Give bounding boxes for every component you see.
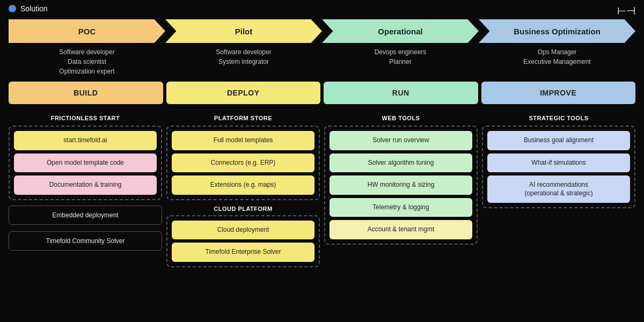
persona-mgmt: Ops ManagerExecutive Management (479, 47, 635, 76)
webtools-dashed-box: Solver run overview Solver algorithm tun… (324, 126, 478, 245)
telemetry-logging-card: Telemetry & logging (330, 198, 472, 217)
ai-recommendations-card: AI recommendations(operational & strateg… (487, 175, 630, 203)
cloud-deployment-card: Cloud deployment (172, 221, 314, 240)
solution-label: Solution (20, 4, 48, 13)
persona-ops: Devops engineersPlanner (322, 47, 479, 76)
extensions-card: Extensions (e.g. maps) (172, 175, 314, 195)
frictionless-column: FRICTIONLESS START start.timefold.ai Ope… (9, 115, 162, 267)
actions-row: BUILD DEPLOY RUN IMPROVE (0, 82, 644, 104)
business-goal-alignment-card: Business goal alignment (487, 131, 630, 150)
webtools-column: WEB TOOLS Solver run overview Solver alg… (324, 115, 478, 267)
webtools-title: WEB TOOLS (324, 115, 478, 121)
connectors-card: Connectors (e.g. ERP) (172, 153, 314, 173)
open-model-template-card: Open model template code (14, 153, 157, 173)
personas-row: Software developerData scientistOptimiza… (0, 47, 644, 76)
phase-bizopt: Business Optimization (479, 19, 635, 43)
community-solver-card: Timefold Community Solver (9, 231, 162, 251)
embedded-deployment-card: Embedded deployment (9, 206, 162, 225)
logo-icon: ⊢⊣ (617, 4, 635, 17)
platform-title: PLATFORM STORE (166, 115, 320, 121)
enterprise-solver-card: Timefold Enterprise Solver (172, 243, 314, 262)
solver-run-overview-card: Solver run overview (330, 131, 472, 150)
main-content: FRICTIONLESS START start.timefold.ai Ope… (0, 108, 644, 267)
what-if-simulations-card: What-if simulations (487, 153, 630, 173)
phase-pilot: Pilot (165, 19, 322, 43)
phase-operational: Operational (322, 19, 479, 43)
solution-dot-icon (9, 5, 16, 12)
phases-row: POC Pilot Operational Business Optimizat… (0, 19, 644, 43)
phase-poc: POC (9, 19, 165, 43)
platform-dashed-box: Full model templates Connectors (e.g. ER… (166, 126, 320, 200)
solver-algorithm-tuning-card: Solver algorithm tuning (330, 153, 472, 173)
header: Solution ⊢⊣ (0, 0, 644, 17)
deploy-button[interactable]: DEPLOY (166, 82, 321, 104)
start-timefold-card: start.timefold.ai (14, 131, 157, 150)
hw-monitoring-card: HW monitoring & sizing (330, 175, 472, 195)
frictionless-dashed-box: start.timefold.ai Open model template co… (9, 126, 162, 200)
run-button[interactable]: RUN (324, 82, 478, 104)
account-tenant-card: Account & tenant mgmt (330, 220, 472, 239)
persona-poc: Software developerData scientistOptimiza… (9, 47, 165, 76)
cloud-dashed-box: Cloud deployment Timefold Enterprise Sol… (166, 215, 320, 267)
build-button[interactable]: BUILD (9, 82, 163, 104)
improve-button[interactable]: IMPROVE (481, 82, 636, 104)
cloud-platform-label: CLOUD PLATFORM (166, 206, 320, 212)
strategic-dashed-box: Business goal alignment What-if simulati… (482, 126, 635, 208)
frictionless-title: FRICTIONLESS START (9, 115, 162, 121)
strategic-title: STRATEGIC TOOLS (482, 115, 635, 121)
full-model-templates-card: Full model templates (172, 131, 314, 150)
persona-pilot: Software developerSystem integrator (165, 47, 322, 76)
strategic-column: STRATEGIC TOOLS Business goal alignment … (482, 115, 635, 267)
platform-column: PLATFORM STORE Full model templates Conn… (166, 115, 320, 267)
docs-training-card: Documentation & training (14, 175, 157, 195)
